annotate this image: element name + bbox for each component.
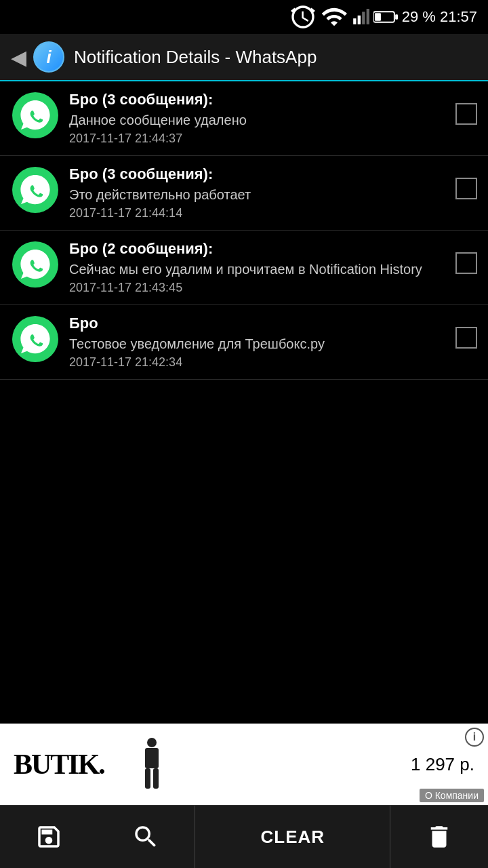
- svg-rect-12: [145, 748, 159, 768]
- wifi-icon: [321, 3, 348, 31]
- whatsapp-icon: [11, 315, 60, 363]
- ad-brand-text: BUTIK.: [0, 748, 118, 781]
- clock-time: 21:57: [440, 8, 477, 26]
- notif-title: Бро (3 сообщения):: [69, 165, 446, 183]
- svg-rect-14: [153, 768, 159, 789]
- notification-list: Бро (3 сообщения): Данное сообщение удал…: [0, 81, 488, 380]
- save-button[interactable]: [0, 806, 98, 868]
- back-arrow[interactable]: ◀: [11, 45, 26, 69]
- svg-rect-13: [145, 768, 150, 789]
- signal-icon: [352, 8, 369, 26]
- ad-figure: [131, 730, 172, 798]
- notif-checkbox[interactable]: [455, 178, 477, 199]
- notif-content: Бро (3 сообщения): Это действительно раб…: [69, 165, 446, 220]
- ad-info-button[interactable]: i: [465, 728, 484, 747]
- notification-item-1[interactable]: Бро (3 сообщения): Данное сообщение удал…: [0, 81, 488, 156]
- notif-body: Тестовое уведомление для Трешбокс.ру: [69, 335, 446, 353]
- notif-checkbox[interactable]: [455, 327, 477, 349]
- notif-title: Бро: [69, 315, 446, 332]
- notif-time: 2017-11-17 21:42:34: [69, 355, 446, 370]
- notif-body: Это действительно работает: [69, 186, 446, 203]
- app-icon: i: [33, 41, 64, 73]
- notif-content: Бро Тестовое уведомление для Трешбокс.ру…: [69, 315, 446, 370]
- notif-body: Данное сообщение удалено: [69, 111, 446, 129]
- search-button[interactable]: [98, 806, 195, 868]
- bottom-bar: CLEAR: [0, 805, 488, 868]
- battery-icon: [373, 9, 398, 24]
- battery-percent: 29 %: [402, 8, 436, 26]
- ad-price: 1 297 р.: [172, 754, 488, 775]
- notif-time: 2017-11-17 21:43:45: [69, 281, 446, 295]
- notification-item-3[interactable]: Бро (2 сообщения): Сейчас мы его удалим …: [0, 231, 488, 305]
- save-icon: [35, 823, 63, 851]
- notif-time: 2017-11-17 21:44:37: [69, 132, 446, 146]
- notif-time: 2017-11-17 21:44:14: [69, 206, 446, 220]
- notif-checkbox[interactable]: [455, 103, 477, 125]
- svg-rect-1: [357, 16, 360, 24]
- notification-item-2[interactable]: Бро (3 сообщения): Это действительно раб…: [0, 156, 488, 231]
- svg-rect-5: [395, 14, 398, 20]
- status-bar: 29 % 21:57: [0, 0, 488, 34]
- svg-rect-2: [362, 12, 365, 24]
- notif-content: Бро (2 сообщения): Сейчас мы его удалим …: [69, 240, 446, 295]
- alarm-icon: [289, 3, 317, 31]
- ad-company-label[interactable]: О Компании: [420, 789, 484, 802]
- delete-button[interactable]: [390, 806, 488, 868]
- svg-rect-3: [366, 9, 369, 24]
- ad-banner[interactable]: BUTIK. 1 297 р. i О Компании: [0, 724, 488, 805]
- status-icons: 29 % 21:57: [289, 3, 477, 31]
- notif-checkbox[interactable]: [455, 252, 477, 274]
- clear-label: CLEAR: [261, 827, 325, 848]
- whatsapp-icon: [11, 91, 60, 140]
- whatsapp-icon: [11, 240, 60, 289]
- notif-content: Бро (3 сообщения): Данное сообщение удал…: [69, 91, 446, 146]
- app-header: ◀ i Notification Details - WhatsApp: [0, 34, 488, 81]
- svg-rect-6: [375, 13, 381, 21]
- clear-button[interactable]: CLEAR: [195, 806, 390, 868]
- notification-item-4[interactable]: Бро Тестовое уведомление для Трешбокс.ру…: [0, 305, 488, 380]
- svg-rect-0: [353, 18, 356, 24]
- notif-body: Сейчас мы его удалим и прочитаем в Notif…: [69, 260, 446, 278]
- search-icon: [131, 823, 160, 851]
- svg-point-11: [147, 738, 157, 747]
- whatsapp-icon: [11, 165, 60, 214]
- notif-title: Бро (3 сообщения):: [69, 91, 446, 108]
- page-title: Notification Details - WhatsApp: [74, 47, 317, 68]
- notif-title: Бро (2 сообщения):: [69, 240, 446, 258]
- delete-icon: [425, 823, 453, 851]
